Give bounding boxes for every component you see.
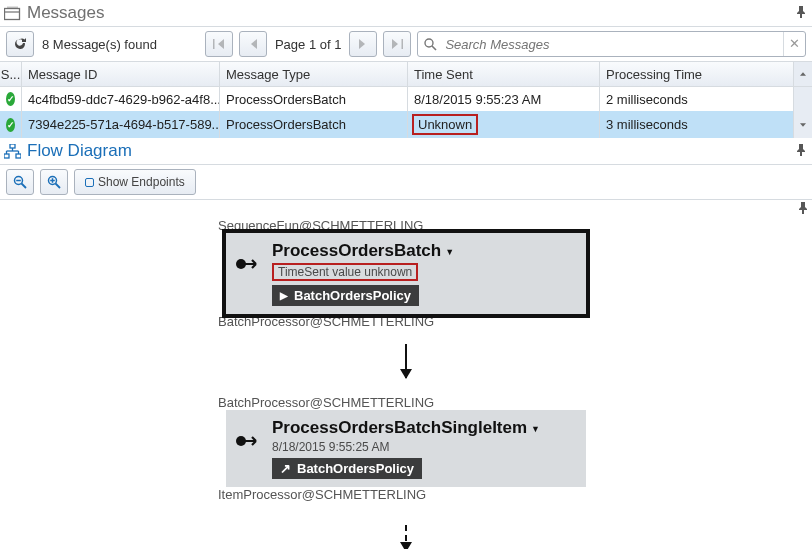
col-status[interactable]: S... <box>0 62 22 86</box>
refresh-icon <box>13 37 27 51</box>
up-right-arrow-icon: ↗ <box>280 461 291 476</box>
search-clear-button[interactable]: ✕ <box>783 32 805 56</box>
page-prev-icon <box>249 39 257 49</box>
node-title: ProcessOrdersBatchSingleItem▼ <box>272 418 576 438</box>
id-cell: 4c4fbd59-ddc7-4629-b962-a4f8... <box>22 87 220 111</box>
col-message-type[interactable]: Message Type <box>220 62 408 86</box>
messages-toolbar: 8 Message(s) found Page 1 of 1 ✕ <box>0 27 812 61</box>
svg-rect-10 <box>4 154 9 158</box>
messages-grid: S... Message ID Message Type Time Sent P… <box>0 61 812 138</box>
endpoints-icon <box>85 178 94 187</box>
pager: Page 1 of 1 <box>205 31 412 57</box>
proc-cell: 2 milliseconds <box>600 87 794 111</box>
messages-count: 8 Message(s) found <box>42 37 157 52</box>
svg-rect-0 <box>5 8 20 19</box>
time-sent-highlight: Unknown <box>412 114 478 135</box>
flow-node-body[interactable]: ProcessOrdersBatch▼ TimeSent value unkno… <box>226 233 586 314</box>
endpoint-top: SequenceFun@SCHMETTERLING <box>218 218 423 233</box>
page-last-button[interactable] <box>383 31 411 57</box>
page-next-icon <box>359 39 367 49</box>
status-ok-icon: ✓ <box>6 118 15 132</box>
zoom-out-button[interactable] <box>6 169 34 195</box>
svg-line-14 <box>22 184 27 189</box>
type-cell: ProcessOrdersBatch <box>220 87 408 111</box>
pin-icon[interactable] <box>796 6 806 20</box>
time-cell: 8/18/2015 9:55:23 AM <box>408 87 600 111</box>
saga-policy-badge[interactable]: ▶ BatchOrdersPolicy <box>272 285 419 306</box>
proc-cell: 3 milliseconds <box>600 111 794 138</box>
flow-node[interactable]: SequenceFun@SCHMETTERLING ProcessOrdersB… <box>0 218 812 329</box>
endpoint-bottom: BatchProcessor@SCHMETTERLING <box>218 314 434 329</box>
type-cell: ProcessOrdersBatch <box>220 111 408 138</box>
flow-connector <box>0 344 812 378</box>
chevron-down-icon[interactable]: ▼ <box>531 424 540 434</box>
pager-label: Page 1 of 1 <box>275 37 342 52</box>
zoom-out-icon <box>13 175 27 189</box>
flow-node-body[interactable]: ProcessOrdersBatchSingleItem▼ 8/18/2015 … <box>226 410 586 487</box>
node-subtitle: 8/18/2015 9:55:25 AM <box>272 440 576 454</box>
search-input[interactable] <box>443 32 783 56</box>
flow-title: Flow Diagram <box>4 141 132 161</box>
timesent-highlight: TimeSent value unknown <box>272 263 418 281</box>
svg-line-18 <box>56 184 61 189</box>
search-icon <box>418 38 443 51</box>
zoom-in-button[interactable] <box>40 169 68 195</box>
node-title: ProcessOrdersBatch▼ <box>272 241 576 261</box>
flow-toolbar: Show Endpoints <box>0 165 812 199</box>
table-row[interactable]: ✓ 4c4fbd59-ddc7-4629-b962-a4f8... Proces… <box>0 87 812 111</box>
scroll-up-button[interactable] <box>794 62 812 86</box>
flow-connector <box>0 525 812 549</box>
refresh-button[interactable] <box>6 31 34 57</box>
svg-point-3 <box>425 39 433 47</box>
message-entry-icon <box>236 436 262 446</box>
flow-diagram-icon <box>4 144 21 159</box>
svg-rect-5 <box>10 144 15 148</box>
page-last-icon <box>391 39 403 49</box>
page-first-icon <box>213 39 225 49</box>
svg-line-4 <box>432 46 436 50</box>
messages-panel-header: Messages <box>0 0 812 27</box>
play-icon: ▶ <box>280 290 288 301</box>
svg-rect-11 <box>16 154 21 158</box>
show-endpoints-label: Show Endpoints <box>98 175 185 189</box>
page-first-button[interactable] <box>205 31 233 57</box>
status-cell: ✓ <box>0 111 22 138</box>
zoom-in-icon <box>47 175 61 189</box>
status-ok-icon: ✓ <box>6 92 15 106</box>
chevron-down-icon[interactable]: ▼ <box>445 247 454 257</box>
page-next-button[interactable] <box>349 31 377 57</box>
chevron-down-icon <box>800 122 806 128</box>
page-prev-button[interactable] <box>239 31 267 57</box>
time-cell: Unknown <box>408 111 600 138</box>
chevron-up-icon <box>800 71 806 77</box>
flow-diagram-area[interactable]: SequenceFun@SCHMETTERLING ProcessOrdersB… <box>0 199 812 549</box>
flow-node[interactable]: BatchProcessor@SCHMETTERLING ProcessOrde… <box>0 395 812 502</box>
endpoint-bottom: ItemProcessor@SCHMETTERLING <box>218 487 426 502</box>
pin-icon[interactable] <box>796 144 806 158</box>
saga-policy-badge[interactable]: ↗ BatchOrdersPolicy <box>272 458 422 479</box>
show-endpoints-button[interactable]: Show Endpoints <box>74 169 196 195</box>
endpoint-top: BatchProcessor@SCHMETTERLING <box>218 395 434 410</box>
pin-icon[interactable] <box>798 202 808 216</box>
flow-panel-header: Flow Diagram <box>0 138 812 165</box>
status-cell: ✓ <box>0 87 22 111</box>
search-box: ✕ <box>417 31 806 57</box>
node-subtitle: TimeSent value unknown <box>272 263 576 281</box>
message-entry-icon <box>236 259 262 269</box>
grid-header: S... Message ID Message Type Time Sent P… <box>0 62 812 87</box>
col-processing-time[interactable]: Processing Time <box>600 62 794 86</box>
scroll-down-button[interactable] <box>794 111 812 138</box>
table-row[interactable]: ✓ 7394e225-571a-4694-b517-589... Process… <box>0 111 812 138</box>
id-cell: 7394e225-571a-4694-b517-589... <box>22 111 220 138</box>
messages-title: Messages <box>4 3 104 23</box>
col-message-id[interactable]: Message ID <box>22 62 220 86</box>
messages-icon <box>4 6 21 21</box>
col-time-sent[interactable]: Time Sent <box>408 62 600 86</box>
svg-rect-1 <box>7 6 18 8</box>
